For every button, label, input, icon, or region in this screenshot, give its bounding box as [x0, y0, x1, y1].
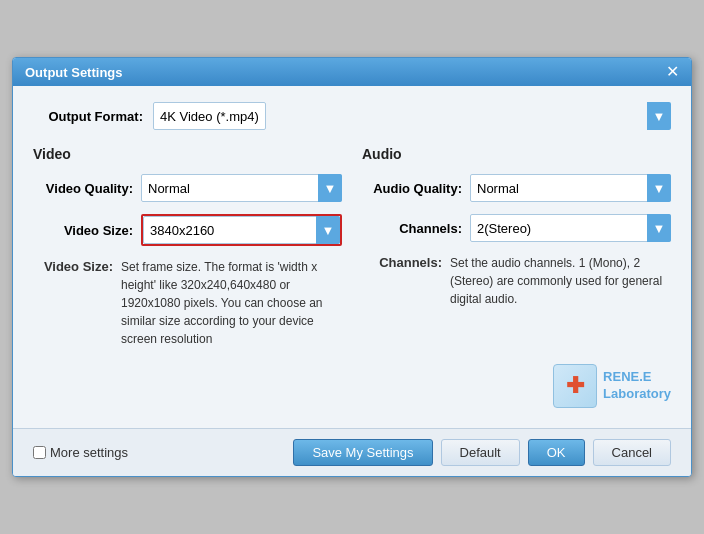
audio-info-text: Set the audio channels. 1 (Mono), 2 (Ste… [450, 254, 671, 308]
audio-section-title: Audio [362, 146, 671, 162]
audio-quality-label: Audio Quality: [362, 181, 462, 196]
channels-row: Channels: 2(Stereo) ▼ [362, 214, 671, 242]
more-settings-label[interactable]: More settings [33, 445, 128, 460]
audio-info-row: Channels: Set the audio channels. 1 (Mon… [362, 254, 671, 308]
output-settings-dialog: Output Settings ✕ Output Format: 4K Vide… [12, 57, 692, 477]
dialog-title: Output Settings [25, 65, 123, 80]
video-quality-wrapper: Normal ▼ [141, 174, 342, 202]
more-settings-checkbox[interactable] [33, 446, 46, 459]
output-format-arrow-icon: ▼ [647, 102, 671, 130]
video-quality-row: Video Quality: Normal ▼ [33, 174, 342, 202]
more-settings-text: More settings [50, 445, 128, 460]
logo-area: ✚ RENE.E Laboratory [33, 356, 671, 412]
output-format-label: Output Format: [33, 109, 143, 124]
title-bar: Output Settings ✕ [13, 58, 691, 86]
audio-column: Audio Audio Quality: Normal ▼ Channels: [362, 146, 671, 356]
ok-button[interactable]: OK [528, 439, 585, 466]
video-column: Video Video Quality: Normal ▼ Video Size… [33, 146, 342, 356]
audio-info-box: Channels: Set the audio channels. 1 (Mon… [362, 254, 671, 308]
output-format-row: Output Format: 4K Video (*.mp4) ▼ [33, 102, 671, 130]
output-format-wrapper: 4K Video (*.mp4) ▼ [153, 102, 671, 130]
default-button[interactable]: Default [441, 439, 520, 466]
channels-wrapper: 2(Stereo) ▼ [470, 214, 671, 242]
audio-quality-select[interactable]: Normal [470, 174, 671, 202]
logo-line2: Laboratory [603, 386, 671, 403]
video-info-row: Video Size: Set frame size. The format i… [33, 258, 342, 348]
logo-line1: RENE.E [603, 369, 671, 386]
video-info-text: Set frame size. The format is 'width x h… [121, 258, 342, 348]
audio-quality-row: Audio Quality: Normal ▼ [362, 174, 671, 202]
video-size-select[interactable]: 3840x2160 [143, 216, 340, 244]
video-info-label: Video Size: [33, 258, 113, 348]
logo-text: RENE.E Laboratory [603, 369, 671, 403]
video-info-box: Video Size: Set frame size. The format i… [33, 258, 342, 348]
video-size-wrapper: 3840x2160 ▼ [141, 214, 342, 246]
footer-left: More settings [33, 445, 283, 460]
video-section-title: Video [33, 146, 342, 162]
video-size-label: Video Size: [33, 223, 133, 238]
audio-info-label: Channels: [362, 254, 442, 308]
save-settings-button[interactable]: Save My Settings [293, 439, 432, 466]
settings-columns: Video Video Quality: Normal ▼ Video Size… [33, 146, 671, 356]
cancel-button[interactable]: Cancel [593, 439, 671, 466]
dialog-body: Output Format: 4K Video (*.mp4) ▼ Video … [13, 86, 691, 428]
video-quality-select[interactable]: Normal [141, 174, 342, 202]
logo-icon: ✚ [553, 364, 597, 408]
output-format-select[interactable]: 4K Video (*.mp4) [153, 102, 266, 130]
video-quality-label: Video Quality: [33, 181, 133, 196]
channels-select[interactable]: 2(Stereo) [470, 214, 671, 242]
channels-label: Channels: [362, 221, 462, 236]
footer: More settings Save My Settings Default O… [13, 428, 691, 476]
audio-quality-wrapper: Normal ▼ [470, 174, 671, 202]
close-button[interactable]: ✕ [666, 64, 679, 80]
footer-buttons: Save My Settings Default OK Cancel [293, 439, 671, 466]
video-size-row: Video Size: 3840x2160 ▼ [33, 214, 342, 246]
